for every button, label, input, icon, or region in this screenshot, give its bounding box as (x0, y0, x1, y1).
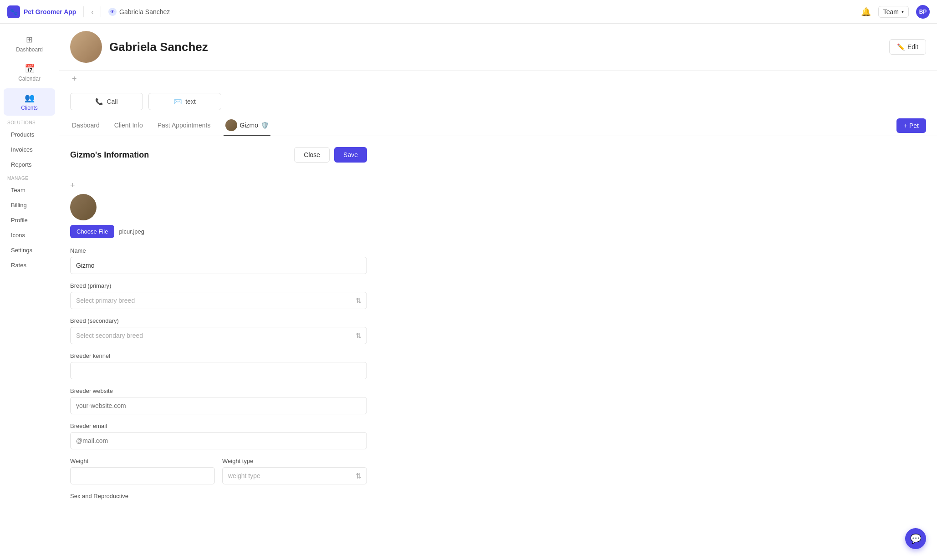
dashboard-icon: ⊞ (26, 35, 33, 45)
breed-primary-select[interactable]: Select primary breed (70, 292, 367, 309)
sex-reproductive-label: Sex and Reproductive (70, 493, 367, 499)
photo-plus-icon[interactable]: + (70, 181, 367, 190)
add-icon[interactable]: + (70, 72, 79, 85)
pet-avatar-mini (225, 119, 237, 131)
calendar-icon: 📅 (25, 64, 35, 74)
team-label: Team (883, 8, 899, 15)
sidebar-item-rates[interactable]: Rates (4, 258, 55, 272)
weight-input[interactable] (70, 467, 215, 484)
weight-label: Weight (70, 458, 215, 464)
add-pet-button[interactable]: + Pet (896, 118, 926, 133)
pet-shield-icon: 🛡️ (261, 122, 269, 129)
tab-past-appointments-label: Past Appointments (158, 122, 211, 129)
tab-client-info-label: Client Info (114, 122, 143, 129)
weight-group: Weight (70, 458, 215, 484)
breed-secondary-group: Breed (secondary) Select secondary breed… (70, 317, 367, 344)
breeder-website-label: Breeder website (70, 387, 367, 394)
nav-divider2 (101, 6, 101, 17)
form-header: Gizmo's Information Close Save (70, 147, 367, 172)
client-name-container: Gabriela Sanchez (109, 40, 208, 54)
tab-gizmo[interactable]: Gizmo 🛡️ (224, 116, 270, 136)
close-button[interactable]: Close (294, 147, 330, 163)
tab-past-appointments[interactable]: Past Appointments (156, 116, 213, 135)
breeder-website-input[interactable] (70, 397, 367, 414)
page-header: Gabriela Sanchez ✏️ Edit (59, 24, 937, 71)
weight-type-label: Weight type (222, 458, 367, 464)
name-input[interactable] (70, 257, 367, 274)
choose-file-button[interactable]: Choose File (70, 225, 114, 238)
breeder-kennel-label: Breeder kennel (70, 352, 367, 359)
weight-type-select[interactable]: weight type lbs kg (222, 467, 367, 484)
sidebar-label-products: Products (11, 131, 34, 138)
breed-secondary-select-wrapper: Select secondary breed ⇅ (70, 327, 367, 344)
main-content: Gabriela Sanchez ✏️ Edit + 📞 Call ✉️ tex… (59, 24, 937, 560)
notification-bell[interactable]: 🔔 (861, 7, 871, 17)
plus-add-area: + (59, 71, 937, 87)
sidebar-label-calendar: Calendar (18, 76, 41, 82)
file-upload-row: Choose File picur.jpeg (70, 225, 367, 238)
sidebar: ⊞ Dashboard 📅 Calendar 👥 Clients Solutio… (0, 24, 59, 560)
add-pet-label: + Pet (904, 122, 919, 129)
sidebar-label-settings: Settings (11, 247, 32, 254)
nav-divider (83, 6, 84, 17)
client-name: Gabriela Sanchez (109, 40, 208, 54)
sidebar-item-icons[interactable]: Icons (4, 228, 55, 242)
breadcrumb-item[interactable]: 👁 Gabriela Sanchez (108, 8, 170, 16)
breadcrumb-icon: 👁 (108, 8, 117, 16)
breed-primary-group: Breed (primary) Select primary breed ⇅ (70, 282, 367, 309)
breeder-kennel-input[interactable] (70, 362, 367, 379)
sidebar-item-settings[interactable]: Settings (4, 243, 55, 257)
tab-gizmo-label: Gizmo (240, 122, 258, 129)
sidebar-item-team[interactable]: Team (4, 183, 55, 197)
sidebar-label-icons: Icons (11, 232, 25, 239)
action-buttons-row: 📞 Call ✉️ text (59, 87, 937, 116)
text-button[interactable]: ✉️ text (148, 93, 221, 110)
photo-section: + Choose File picur.jpeg (70, 181, 367, 238)
logo-icon: 🐾 (7, 5, 20, 18)
top-navigation: 🐾 Pet Groomer App ‹ 👁 Gabriela Sanchez 🔔… (0, 0, 937, 24)
sidebar-item-products[interactable]: Products (4, 127, 55, 142)
sidebar-item-dashboard[interactable]: ⊞ Dashboard (4, 30, 55, 57)
form-actions: Close Save (294, 147, 367, 163)
sidebar-label-billing: Billing (11, 202, 27, 209)
sidebar-item-clients[interactable]: 👥 Clients (4, 88, 55, 116)
user-avatar[interactable]: BP (916, 5, 930, 19)
tab-dashboard[interactable]: Dasboard (70, 116, 102, 135)
breeder-email-label: Breeder email (70, 423, 367, 429)
weight-row: Weight Weight type weight type lbs kg ⇅ (70, 458, 367, 493)
breed-primary-label: Breed (primary) (70, 282, 367, 289)
breed-secondary-select[interactable]: Select secondary breed (70, 327, 367, 344)
tab-client-info[interactable]: Client Info (112, 116, 145, 135)
edit-icon: ✏️ (897, 43, 905, 51)
edit-label: Edit (907, 43, 918, 51)
main-layout: ⊞ Dashboard 📅 Calendar 👥 Clients Solutio… (0, 24, 937, 560)
sidebar-item-billing[interactable]: Billing (4, 198, 55, 212)
team-button[interactable]: Team ▾ (878, 6, 909, 18)
call-button[interactable]: 📞 Call (70, 93, 143, 110)
breed-secondary-label: Breed (secondary) (70, 317, 367, 324)
sex-reproductive-group: Sex and Reproductive (70, 493, 367, 499)
chat-bubble-icon: 💬 (910, 533, 922, 544)
chat-bubble-button[interactable]: 💬 (905, 528, 926, 549)
sidebar-item-invoices[interactable]: Invoices (4, 143, 55, 157)
sidebar-label-rates: Rates (11, 262, 26, 269)
app-logo[interactable]: 🐾 Pet Groomer App (7, 5, 76, 18)
save-button[interactable]: Save (334, 147, 367, 163)
edit-button[interactable]: ✏️ Edit (889, 39, 926, 55)
pet-form: Gizmo's Information Close Save + Choose … (59, 136, 378, 519)
breeder-email-input[interactable] (70, 432, 367, 449)
sidebar-item-profile[interactable]: Profile (4, 213, 55, 227)
weight-type-select-wrapper: weight type lbs kg ⇅ (222, 467, 367, 484)
sidebar-label-dashboard: Dashboard (16, 46, 43, 53)
sidebar-label-reports: Reports (11, 161, 32, 168)
collapse-button[interactable]: ‹ (91, 8, 93, 15)
sidebar-label-team: Team (11, 187, 25, 193)
clients-icon: 👥 (25, 93, 35, 103)
sidebar-label-profile: Profile (11, 217, 28, 224)
sidebar-item-reports[interactable]: Reports (4, 158, 55, 172)
form-title: Gizmo's Information (70, 150, 149, 160)
breeder-kennel-group: Breeder kennel (70, 352, 367, 379)
manage-section-label: Manage (0, 172, 59, 183)
call-label: Call (107, 98, 117, 105)
sidebar-item-calendar[interactable]: 📅 Calendar (4, 59, 55, 87)
